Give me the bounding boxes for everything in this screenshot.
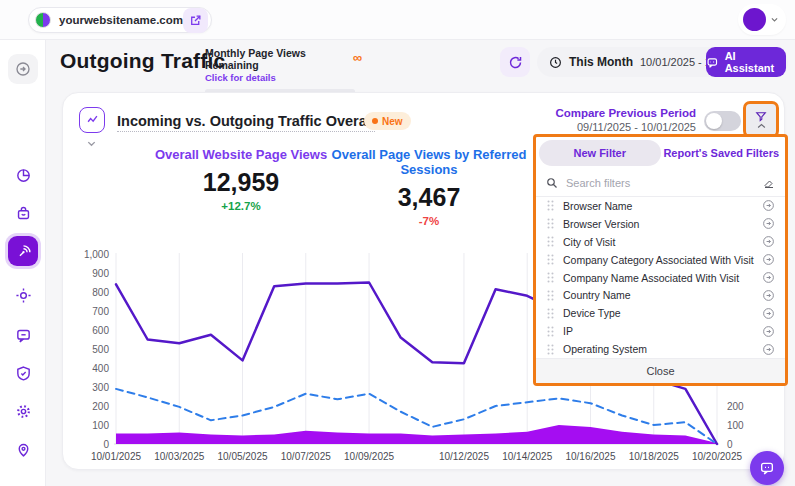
badge-label: New <box>382 116 403 127</box>
filter-item-browser-name[interactable]: Browser Name <box>536 197 785 215</box>
drag-handle-icon[interactable] <box>546 200 555 211</box>
filter-item-label: Browser Version <box>563 218 754 230</box>
arrow-right-circle-icon[interactable] <box>762 253 775 266</box>
sidebar-item-outgoing-traffic[interactable] <box>8 236 38 266</box>
card-collapse-button[interactable] <box>86 135 97 153</box>
svg-text:10/16/2025: 10/16/2025 <box>565 451 615 462</box>
quota-label: Monthly Page Views Remaining <box>205 47 360 71</box>
svg-text:10/01/2025: 10/01/2025 <box>91 451 141 462</box>
filter-item-label: Company Category Associated With Visit <box>563 254 754 266</box>
ai-chat-icon <box>706 56 719 69</box>
card-title: Incoming vs. Outgoing Traffic Overall <box>117 113 375 132</box>
svg-text:10/12/2025: 10/12/2025 <box>439 451 489 462</box>
sidebar-item-settings[interactable] <box>8 396 38 426</box>
chevron-down-icon <box>770 15 779 24</box>
filter-search-input[interactable] <box>566 177 755 189</box>
filter-item-device-type[interactable]: Device Type <box>536 304 785 322</box>
filter-item-country-name[interactable]: Country Name <box>536 286 785 304</box>
arrow-right-circle-icon[interactable] <box>762 271 775 284</box>
arrow-right-circle-icon[interactable] <box>762 217 775 230</box>
filter-item-ip[interactable]: IP <box>536 322 785 340</box>
pin-icon <box>15 441 32 458</box>
account-menu[interactable] <box>738 4 786 35</box>
eraser-icon[interactable] <box>763 177 775 189</box>
sidebar-item-communication[interactable] <box>8 320 38 350</box>
filter-button[interactable] <box>743 101 779 138</box>
arrow-right-circle-icon[interactable] <box>762 199 775 212</box>
drag-handle-icon[interactable] <box>546 290 555 301</box>
tab-saved-filters[interactable]: Report's Saved Filters <box>661 140 783 166</box>
top-bar: yourwebsitename.com <box>0 0 795 40</box>
sidebar-item-privacy[interactable] <box>8 358 38 388</box>
sidebar-expand-button[interactable] <box>8 54 38 84</box>
filter-item-city-of-visit[interactable]: City of Visit <box>536 233 785 251</box>
svg-text:700: 700 <box>92 306 109 317</box>
svg-text:300: 300 <box>92 382 109 393</box>
svg-text:10/05/2025: 10/05/2025 <box>217 451 267 462</box>
refresh-button[interactable] <box>500 47 530 77</box>
filter-item-operating-system[interactable]: Operating System <box>536 340 785 358</box>
drag-handle-icon[interactable] <box>546 344 555 355</box>
filter-item-label: Company Name Associated With Visit <box>563 272 754 284</box>
svg-text:500: 500 <box>92 344 109 355</box>
arrow-right-circle-icon[interactable] <box>762 325 775 338</box>
filter-item-label: City of Visit <box>563 236 754 248</box>
metric-delta: -7% <box>304 215 554 227</box>
traffic-card: Incoming vs. Outgoing Traffic Overall Ne… <box>62 92 785 470</box>
metric-value: 3,467 <box>304 183 554 212</box>
quota-details-link[interactable]: Click for details <box>205 72 360 83</box>
filter-item-label: Device Type <box>563 307 754 319</box>
drag-handle-icon[interactable] <box>546 308 555 319</box>
svg-text:10/07/2025: 10/07/2025 <box>281 451 331 462</box>
filter-item-company-category[interactable]: Company Category Associated With Visit <box>536 251 785 269</box>
svg-text:10/14/2025: 10/14/2025 <box>502 451 552 462</box>
compare-toggle[interactable] <box>704 111 741 131</box>
avatar <box>743 8 766 31</box>
sidebar-item-modules[interactable] <box>8 198 38 228</box>
sidebar <box>0 40 46 486</box>
arrow-right-circle-icon[interactable] <box>762 343 775 356</box>
filter-search-row <box>536 169 785 197</box>
new-badge: New <box>364 112 411 130</box>
sidebar-item-dashboard[interactable] <box>8 160 38 190</box>
svg-text:10/03/2025: 10/03/2025 <box>154 451 204 462</box>
period-label: This Month <box>569 55 633 69</box>
search-icon <box>546 177 558 189</box>
filter-tabs: New Filter Report's Saved Filters <box>536 137 785 169</box>
arrow-right-circle-icon[interactable] <box>762 289 775 302</box>
tab-new-filter[interactable]: New Filter <box>539 140 661 166</box>
drag-handle-icon[interactable] <box>546 236 555 247</box>
ai-assistant-label: AI Assistant <box>725 50 786 74</box>
svg-text:100: 100 <box>727 420 744 431</box>
filter-list: Browser Name Browser Version City of Vis… <box>536 197 785 358</box>
filter-close-button[interactable]: Close <box>536 358 785 383</box>
filter-item-browser-version[interactable]: Browser Version <box>536 215 785 233</box>
external-link-icon <box>189 14 202 27</box>
sidebar-item-location[interactable] <box>8 434 38 464</box>
drag-handle-icon[interactable] <box>546 254 555 265</box>
toggle-knob <box>706 113 722 129</box>
support-chat-button[interactable] <box>750 451 784 485</box>
target-icon <box>15 287 32 304</box>
brand-logo-icon <box>35 12 51 28</box>
drag-handle-icon[interactable] <box>546 272 555 283</box>
sidebar-item-visitors[interactable] <box>8 280 38 310</box>
filter-item-company-name[interactable]: Company Name Associated With Visit <box>536 269 785 287</box>
open-website-button[interactable] <box>183 8 208 33</box>
ai-assistant-button[interactable]: AI Assistant <box>706 47 786 77</box>
arrow-right-circle-icon[interactable] <box>762 235 775 248</box>
arrow-right-circle-icon[interactable] <box>762 307 775 320</box>
filter-item-label: Operating System <box>563 343 754 355</box>
compare-label: Compare Previous Period <box>526 107 696 119</box>
metric-label: Overall Page Views by Referred Sessions <box>304 147 554 177</box>
funnel-icon <box>754 110 768 123</box>
filter-item-label: Country Name <box>563 289 754 301</box>
filter-panel: New Filter Report's Saved Filters Browse… <box>533 134 788 386</box>
app-root: yourwebsitename.com <box>0 0 795 486</box>
chat-bubble-icon <box>759 460 775 476</box>
drag-handle-icon[interactable] <box>546 218 555 229</box>
drag-handle-icon[interactable] <box>546 326 555 337</box>
svg-text:200: 200 <box>727 401 744 412</box>
bag-icon <box>15 205 32 222</box>
radar-icon <box>15 243 32 260</box>
